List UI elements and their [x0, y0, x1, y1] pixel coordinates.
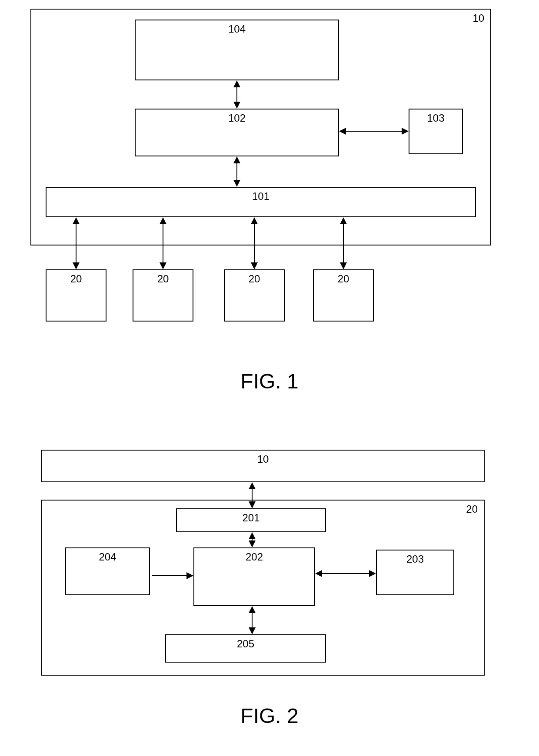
fig2-block-202-label: 202	[246, 551, 263, 563]
fig2-block-203-label: 203	[406, 553, 424, 565]
fig1-block-103: 103	[409, 109, 463, 154]
fig2-block-201-label: 201	[242, 512, 260, 524]
fig2-top-10-label: 10	[257, 453, 269, 465]
fig1-ext-20-4-label: 20	[338, 273, 349, 285]
fig2-top-10: 10	[41, 450, 485, 482]
fig2-block-202: 202	[193, 547, 315, 606]
fig1-block-103-label: 103	[427, 112, 444, 124]
fig1-ext-20-2-label: 20	[157, 273, 169, 285]
fig1-ext-20-1: 20	[46, 269, 106, 322]
fig1-block-102-label: 102	[228, 112, 246, 124]
fig1-block-101-label: 101	[252, 190, 270, 202]
fig2-outer-label: 20	[466, 503, 478, 515]
fig1-ext-20-3-label: 20	[249, 273, 260, 285]
fig1-ext-20-1-label: 20	[70, 273, 82, 285]
fig2-block-204-label: 204	[99, 551, 116, 563]
fig1-ext-20-3: 20	[224, 269, 285, 322]
fig2-block-205: 205	[165, 634, 326, 663]
fig1-block-104: 104	[135, 20, 339, 80]
fig1-outer-label: 10	[472, 12, 484, 24]
fig2-block-201: 201	[176, 508, 326, 532]
fig1-caption: FIG. 1	[0, 369, 539, 393]
fig1-ext-20-2: 20	[133, 269, 193, 322]
fig1-block-101: 101	[46, 187, 476, 217]
fig2-caption: FIG. 2	[0, 704, 539, 728]
fig2-block-205-label: 205	[237, 638, 254, 650]
fig2-block-203: 203	[376, 550, 454, 595]
fig1-block-104-label: 104	[228, 23, 246, 35]
fig2-block-204: 204	[65, 547, 150, 595]
fig1-ext-20-4: 20	[313, 269, 374, 322]
fig1-block-102: 102	[135, 109, 339, 156]
